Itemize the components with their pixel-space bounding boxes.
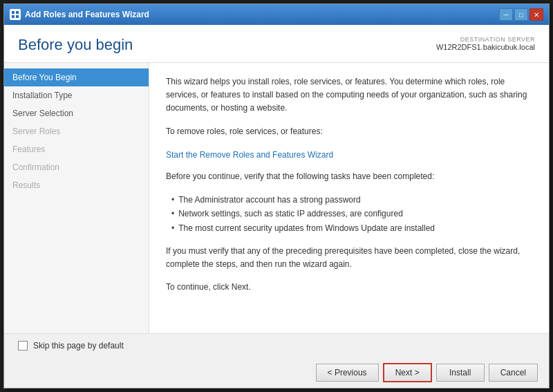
main-body: Before You Begin Installation Type Serve…: [4, 63, 549, 333]
prerequisite-paragraph: If you must verify that any of the prece…: [166, 245, 532, 271]
destination-label: DESTINATION SERVER: [436, 36, 535, 43]
bullet-dot-2: •: [171, 207, 174, 221]
svg-rect-3: [16, 15, 19, 18]
bullet-item-3: • The most current security updates from…: [171, 221, 532, 235]
sidebar-item-before-you-begin[interactable]: Before You Begin: [4, 68, 149, 86]
restore-button[interactable]: □: [514, 8, 528, 21]
close-button[interactable]: ✕: [529, 8, 543, 21]
remove-label: To remove roles, role services, or featu…: [166, 125, 532, 138]
minimize-button[interactable]: ─: [499, 8, 513, 21]
content-panel: This wizard helps you install roles, rol…: [149, 63, 549, 333]
page-header: Before you begin DESTINATION SERVER W12R…: [4, 25, 549, 63]
bullet-text-1: The Administrator account has a strong p…: [178, 193, 360, 207]
sidebar-item-installation-type[interactable]: Installation Type: [4, 86, 149, 104]
checkbox-row: Skip this page by default: [4, 334, 549, 357]
bullet-text-3: The most current security updates from W…: [178, 221, 435, 235]
window-title: Add Roles and Features Wizard: [25, 10, 149, 19]
bullet-item-2: • Network settings, such as static IP ad…: [171, 207, 532, 221]
sidebar-item-confirmation: Confirmation: [4, 158, 149, 176]
bullet-dot-1: •: [171, 193, 174, 207]
bullet-item-1: • The Administrator account has a strong…: [171, 193, 532, 207]
continue-paragraph: To continue, click Next.: [166, 281, 532, 294]
svg-rect-0: [12, 11, 15, 14]
window-controls: ─ □ ✕: [499, 8, 543, 21]
sidebar: Before You Begin Installation Type Serve…: [4, 63, 149, 333]
bullet-list: • The Administrator account has a strong…: [171, 193, 532, 235]
skip-checkbox[interactable]: [18, 341, 28, 351]
install-button[interactable]: Install: [436, 364, 485, 382]
next-button[interactable]: Next >: [383, 363, 432, 382]
button-row: < Previous Next > Install Cancel: [4, 357, 549, 388]
bullet-text-2: Network settings, such as static IP addr…: [178, 207, 403, 221]
skip-checkbox-label: Skip this page by default: [33, 341, 124, 351]
bullet-dot-3: •: [171, 221, 174, 235]
destination-server-name: W12R2DFS1.bakicubuk.local: [436, 43, 535, 51]
page-title: Before you begin: [18, 36, 133, 54]
footer: Skip this page by default < Previous Nex…: [4, 333, 549, 388]
sidebar-item-server-selection[interactable]: Server Selection: [4, 104, 149, 122]
destination-server-info: DESTINATION SERVER W12R2DFS1.bakicubuk.l…: [436, 36, 535, 51]
verify-label: Before you continue, verify that the fol…: [166, 170, 532, 183]
svg-rect-1: [16, 11, 19, 14]
sidebar-item-results: Results: [4, 176, 149, 194]
cancel-button[interactable]: Cancel: [489, 364, 538, 382]
sidebar-item-features: Features: [4, 140, 149, 158]
previous-button[interactable]: < Previous: [316, 364, 379, 382]
window-icon: [10, 9, 21, 20]
title-bar: Add Roles and Features Wizard ─ □ ✕: [4, 4, 549, 25]
intro-paragraph: This wizard helps you install roles, rol…: [166, 75, 532, 115]
remove-link[interactable]: Start the Remove Roles and Features Wiza…: [166, 150, 333, 160]
svg-rect-2: [12, 15, 15, 18]
sidebar-item-server-roles: Server Roles: [4, 122, 149, 140]
